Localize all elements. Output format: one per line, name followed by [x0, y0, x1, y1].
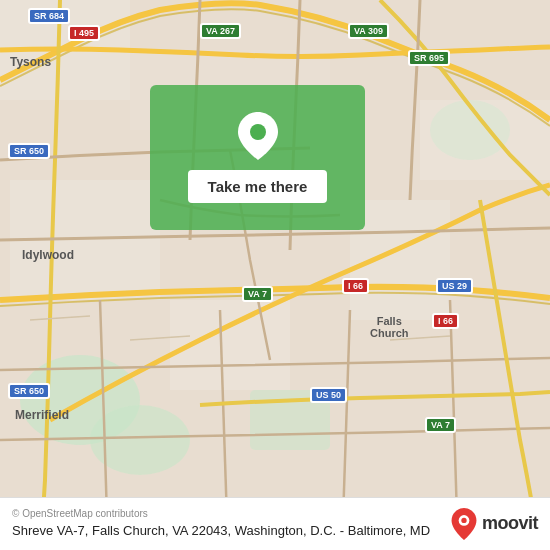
shield-va7b: VA 7 [425, 417, 456, 433]
highlight-box: Take me there [150, 85, 365, 230]
label-idylwood: Idylwood [22, 248, 74, 262]
shield-sr650b: SR 650 [8, 383, 50, 399]
label-merrifield: Merrifield [15, 408, 69, 422]
label-falls-church: FallsChurch [370, 315, 409, 339]
svg-point-11 [250, 124, 266, 140]
shield-sr684: SR 684 [28, 8, 70, 24]
shield-i495: I 495 [68, 25, 100, 41]
address-text: Shreve VA-7, Falls Church, VA 22043, Was… [12, 522, 440, 540]
attribution-text: © OpenStreetMap contributors [12, 508, 440, 519]
address-section: © OpenStreetMap contributors Shreve VA-7… [12, 508, 440, 540]
shield-us50: US 50 [310, 387, 347, 403]
shield-i66b: I 66 [432, 313, 459, 329]
shield-va309: VA 309 [348, 23, 389, 39]
shield-us29: US 29 [436, 278, 473, 294]
shield-va7: VA 7 [242, 286, 273, 302]
shield-sr650a: SR 650 [8, 143, 50, 159]
map-roads [0, 0, 550, 550]
label-tysons: Tysons [10, 55, 51, 69]
svg-point-13 [461, 518, 466, 523]
shield-va267: VA 267 [200, 23, 241, 39]
svg-rect-9 [350, 200, 450, 320]
shield-sr695: SR 695 [408, 50, 450, 66]
moovit-logo: moovit [450, 508, 538, 540]
take-me-there-button[interactable]: Take me there [188, 170, 328, 203]
location-pin-icon [238, 112, 278, 160]
map-container: Tysons Idylwood FallsChurch Merrifield S… [0, 0, 550, 550]
bottom-bar: © OpenStreetMap contributors Shreve VA-7… [0, 497, 550, 550]
shield-i66a: I 66 [342, 278, 369, 294]
moovit-brand-text: moovit [482, 513, 538, 534]
moovit-pin-icon [450, 508, 478, 540]
